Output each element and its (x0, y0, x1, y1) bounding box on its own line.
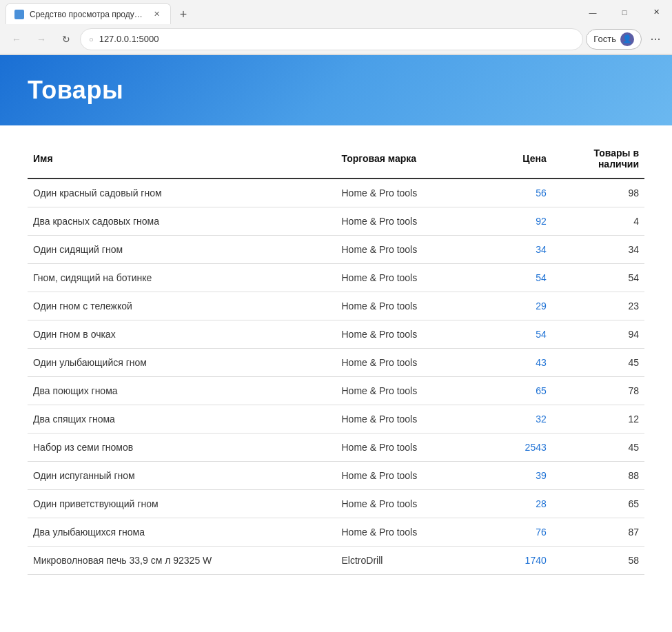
cell-name: Один гном с тележкой (28, 292, 336, 320)
address-bar[interactable]: ○ 127.0.0.1:5000 (80, 28, 583, 50)
cell-name: Два улыбающихся гнома (28, 518, 336, 547)
tab-title: Средство просмотра продуктов (30, 10, 145, 19)
cell-brand: Home & Pro tools (336, 405, 491, 434)
cell-price: 56 (490, 179, 552, 207)
forward-button[interactable]: → (30, 28, 52, 50)
cell-price: 28 (490, 490, 552, 518)
cell-name: Гном, сидящий на ботинке (28, 264, 336, 292)
page-header: Товары (0, 55, 672, 125)
page-main: Имя Торговая марка Цена Товары в наличии… (0, 125, 672, 589)
close-button[interactable]: ✕ (640, 0, 672, 24)
table-row: Один гном с тележкой Home & Pro tools 29… (28, 292, 644, 320)
cell-name: Один приветствующий гном (28, 490, 336, 518)
nav-bar: ← → ↻ ○ 127.0.0.1:5000 Гость 👤 ··· (0, 24, 672, 54)
table-row: Набор из семи гномов Home & Pro tools 25… (28, 434, 644, 462)
cell-price: 92 (490, 207, 552, 236)
cell-price: 32 (490, 405, 552, 434)
cell-brand: Home & Pro tools (336, 179, 491, 207)
cell-stock: 34 (552, 236, 644, 264)
profile-avatar: 👤 (620, 32, 634, 46)
cell-stock: 12 (552, 405, 644, 434)
minimize-button[interactable]: — (577, 0, 609, 24)
page-title: Товары (28, 76, 123, 105)
cell-name: Два спящих гнома (28, 405, 336, 434)
cell-price: 2543 (490, 434, 552, 462)
cell-brand: Home & Pro tools (336, 490, 491, 518)
table-row: Два поющих гнома Home & Pro tools 65 78 (28, 377, 644, 405)
cell-price: 34 (490, 236, 552, 264)
cell-brand: Home & Pro tools (336, 434, 491, 462)
page-content: Товары Имя Торговая марка Цена Товары в … (0, 55, 672, 589)
maximize-button[interactable]: □ (609, 0, 640, 24)
cell-stock: 94 (552, 320, 644, 349)
cell-stock: 65 (552, 490, 644, 518)
cell-price: 54 (490, 264, 552, 292)
profile-label: Гость (593, 34, 616, 44)
cell-name: Два красных садовых гнома (28, 207, 336, 236)
col-header-name: Имя (28, 139, 336, 179)
browser-window: Средство просмотра продуктов ✕ + — □ ✕ ←… (0, 0, 672, 589)
table-row: Два улыбающихся гнома Home & Pro tools 7… (28, 518, 644, 547)
table-row: Один испуганный гном Home & Pro tools 39… (28, 462, 644, 490)
cell-price: 43 (490, 349, 552, 377)
window-controls: — □ ✕ (577, 0, 672, 24)
col-header-stock: Товары в наличии (552, 139, 644, 179)
col-header-brand: Торговая марка (336, 139, 491, 179)
cell-stock: 54 (552, 264, 644, 292)
cell-name: Один сидящий гном (28, 236, 336, 264)
cell-stock: 45 (552, 434, 644, 462)
active-tab[interactable]: Средство просмотра продуктов ✕ (6, 3, 171, 24)
cell-brand: Home & Pro tools (336, 207, 491, 236)
more-options-button[interactable]: ··· (644, 28, 666, 50)
profile-button[interactable]: Гость 👤 (586, 29, 642, 50)
url-text: 127.0.0.1:5000 (99, 34, 575, 44)
tab-close-button[interactable]: ✕ (151, 9, 162, 20)
cell-price: 54 (490, 320, 552, 349)
cell-price: 39 (490, 462, 552, 490)
table-row: Микроволновая печь 33,9 см л 92325 W Elc… (28, 547, 644, 575)
cell-stock: 4 (552, 207, 644, 236)
cell-name: Два поющих гнома (28, 377, 336, 405)
cell-name: Микроволновая печь 33,9 см л 92325 W (28, 547, 336, 575)
cell-name: Один красный садовый гном (28, 179, 336, 207)
new-tab-button[interactable]: + (174, 5, 193, 24)
security-icon: ○ (89, 35, 94, 43)
table-row: Гном, сидящий на ботинке Home & Pro tool… (28, 264, 644, 292)
cell-price: 1740 (490, 547, 552, 575)
table-row: Один приветствующий гном Home & Pro tool… (28, 490, 644, 518)
cell-brand: Home & Pro tools (336, 518, 491, 547)
cell-stock: 23 (552, 292, 644, 320)
tab-icon (14, 10, 24, 19)
cell-name: Набор из семи гномов (28, 434, 336, 462)
products-table: Имя Торговая марка Цена Товары в наличии… (28, 139, 644, 575)
cell-brand: Home & Pro tools (336, 236, 491, 264)
cell-brand: ElctroDrill (336, 547, 491, 575)
cell-price: 65 (490, 377, 552, 405)
table-body: Один красный садовый гном Home & Pro too… (28, 179, 644, 575)
table-row: Один сидящий гном Home & Pro tools 34 34 (28, 236, 644, 264)
cell-brand: Home & Pro tools (336, 292, 491, 320)
cell-brand: Home & Pro tools (336, 320, 491, 349)
cell-brand: Home & Pro tools (336, 377, 491, 405)
cell-brand: Home & Pro tools (336, 264, 491, 292)
table-row: Один улыбающийся гном Home & Pro tools 4… (28, 349, 644, 377)
col-header-price: Цена (490, 139, 552, 179)
browser-chrome: Средство просмотра продуктов ✕ + — □ ✕ ←… (0, 0, 672, 55)
cell-stock: 45 (552, 349, 644, 377)
back-button[interactable]: ← (6, 28, 28, 50)
tab-area: Средство просмотра продуктов ✕ + — □ ✕ (0, 0, 672, 24)
cell-price: 76 (490, 518, 552, 547)
cell-name: Один улыбающийся гном (28, 349, 336, 377)
refresh-button[interactable]: ↻ (55, 28, 77, 50)
cell-stock: 98 (552, 179, 644, 207)
table-row: Один гном в очках Home & Pro tools 54 94 (28, 320, 644, 349)
cell-name: Один испуганный гном (28, 462, 336, 490)
cell-stock: 87 (552, 518, 644, 547)
cell-brand: Home & Pro tools (336, 349, 491, 377)
table-row: Два красных садовых гнома Home & Pro too… (28, 207, 644, 236)
cell-stock: 78 (552, 377, 644, 405)
table-header-row: Имя Торговая марка Цена Товары в наличии (28, 139, 644, 179)
cell-brand: Home & Pro tools (336, 462, 491, 490)
cell-stock: 58 (552, 547, 644, 575)
cell-stock: 88 (552, 462, 644, 490)
